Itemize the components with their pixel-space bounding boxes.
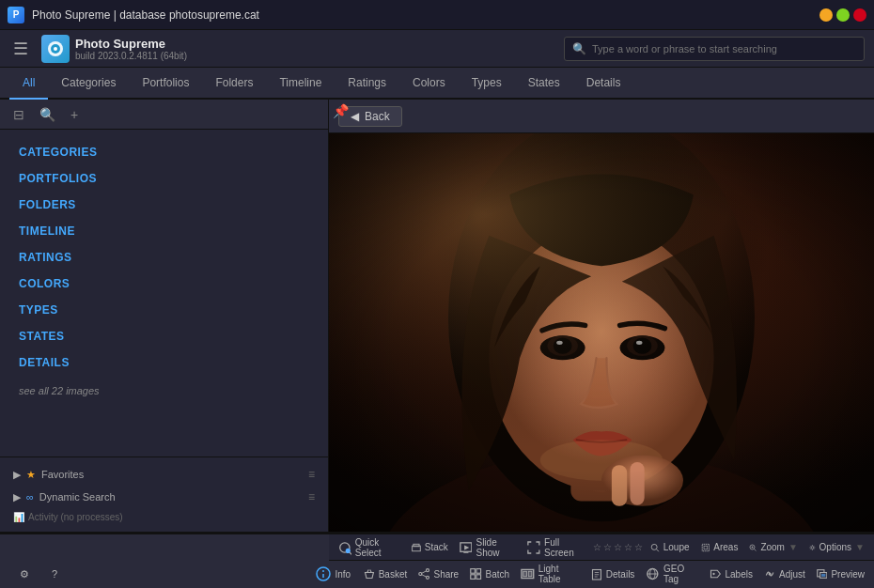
zoom-btn[interactable]: Zoom ▼ <box>743 535 803 560</box>
options-icon <box>809 540 816 555</box>
search-sidebar-icon[interactable]: 🔍 <box>36 105 59 124</box>
preview-btn[interactable]: Preview <box>811 561 870 587</box>
sidebar: ⊟ 🔍 + CATEGORIES PORTFOLIOS FOLDERS TIME… <box>0 100 329 532</box>
sidebar-item-states[interactable]: STATES <box>0 323 328 349</box>
loupe-btn[interactable]: Loupe <box>645 535 695 560</box>
zoom-label: Zoom <box>760 542 785 552</box>
geo-tag-btn[interactable]: GEO Tag <box>640 561 704 587</box>
see-all-images[interactable]: see all 22 images <box>0 376 328 406</box>
full-screen-btn[interactable]: Full Screen <box>522 535 590 560</box>
sidebar-footer-favorites[interactable]: ▶ ★ Favorites ≡ <box>9 463 319 486</box>
options-dropdown-icon[interactable]: ▼ <box>855 542 865 552</box>
tab-types[interactable]: Types <box>459 68 515 100</box>
details-label: Details <box>606 569 635 580</box>
favorites-menu-icon[interactable]: ≡ <box>308 468 315 481</box>
tab-details[interactable]: Details <box>573 68 634 100</box>
svg-rect-73 <box>821 574 825 577</box>
svg-line-54 <box>422 575 427 577</box>
adjust-icon <box>764 566 775 581</box>
minimize-button[interactable] <box>819 8 833 22</box>
content-area: ◀ Back <box>329 100 874 532</box>
link-icon: ∞ <box>26 491 34 503</box>
menu-button[interactable]: ☰ <box>9 35 32 63</box>
svg-line-24 <box>350 552 351 555</box>
light-table-btn[interactable]: Light Table <box>515 561 585 587</box>
svg-rect-58 <box>476 575 481 580</box>
expand-icon-2: ▶ <box>13 491 21 503</box>
svg-line-44 <box>813 549 814 549</box>
sidebar-item-types[interactable]: TYPES <box>0 297 328 323</box>
options-btn[interactable]: Options ▼ <box>804 535 870 560</box>
quick-select-btn[interactable]: Quick Select <box>333 535 406 560</box>
activity-icon: 📊 <box>13 512 24 522</box>
svg-rect-61 <box>528 571 532 576</box>
titlebar: P Photo Supreme | database photosupreme.… <box>0 0 874 30</box>
labels-btn[interactable]: Labels <box>704 561 758 587</box>
tab-states[interactable]: States <box>515 68 573 100</box>
tab-categories[interactable]: Categories <box>48 68 129 100</box>
close-button[interactable] <box>853 8 866 22</box>
photo-display <box>329 133 874 532</box>
settings-btn[interactable]: ⚙ <box>11 561 38 587</box>
share-label: Share <box>434 569 460 580</box>
sidebar-item-timeline[interactable]: TIMELINE <box>0 218 328 244</box>
sidebar-footer: ▶ ★ Favorites ≡ ▶ ∞ Dynamic Search ≡ 📊 A… <box>0 456 328 532</box>
labels-label: Labels <box>725 569 752 580</box>
app-icon: P <box>8 7 24 23</box>
settings-icon: ⚙ <box>20 568 29 580</box>
sidebar-item-details[interactable]: DETAILS <box>0 349 328 376</box>
stack-btn[interactable]: Stack <box>406 535 454 560</box>
back-arrow-icon: ◀ <box>351 110 359 123</box>
svg-rect-21 <box>329 133 874 532</box>
sidebar-item-ratings[interactable]: RATINGS <box>0 244 328 271</box>
tab-timeline[interactable]: Timeline <box>266 68 335 100</box>
basket-btn[interactable]: Basket <box>358 561 414 587</box>
svg-line-45 <box>813 545 814 546</box>
titlebar-left: P Photo Supreme | database photosupreme.… <box>8 7 259 23</box>
tab-folders[interactable]: Folders <box>202 68 266 100</box>
sidebar-item-colors[interactable]: COLORS <box>0 271 328 297</box>
svg-rect-55 <box>471 569 476 574</box>
help-btn[interactable]: ? <box>41 561 68 587</box>
svg-point-50 <box>427 569 429 572</box>
rating-stars[interactable]: ☆☆☆☆☆ <box>590 535 645 560</box>
slide-show-btn[interactable]: Slide Show <box>454 535 523 560</box>
share-btn[interactable]: Share <box>413 561 464 587</box>
maximize-button[interactable] <box>836 8 850 22</box>
zoom-icon <box>749 540 757 555</box>
full-screen-label: Full Screen <box>544 537 585 558</box>
tab-ratings[interactable]: Ratings <box>335 68 399 100</box>
add-icon[interactable]: + <box>67 105 82 124</box>
help-icon: ? <box>52 568 57 580</box>
areas-btn[interactable]: Areas <box>695 535 744 560</box>
search-bar[interactable]: 🔍 <box>564 37 865 61</box>
adjust-btn[interactable]: Adjust <box>758 561 811 587</box>
top-tool-row: Quick Select Stack Slide Show <box>329 534 874 561</box>
dynamic-search-menu-icon[interactable]: ≡ <box>308 490 315 503</box>
tab-portfolios[interactable]: Portfolios <box>129 68 202 100</box>
filter-icon[interactable]: ⊟ <box>9 105 28 124</box>
app-name: Photo Supreme <box>75 37 187 51</box>
svg-rect-26 <box>414 544 419 546</box>
sidebar-footer-dynamic-search[interactable]: ▶ ∞ Dynamic Search ≡ <box>9 486 319 508</box>
app-header: ☰ Photo Supreme build 2023.0.2.4811 (64b… <box>0 30 874 68</box>
batch-btn[interactable]: Batch <box>464 561 515 587</box>
activity-bar: 📊 Activity (no processes) <box>9 508 319 526</box>
adjust-label: Adjust <box>779 569 805 580</box>
stack-label: Stack <box>425 542 448 552</box>
details-btn[interactable]: Details <box>585 561 641 587</box>
tab-all[interactable]: All <box>9 68 48 100</box>
bottom-tool-row: ⚙ ? Info Baske <box>0 559 874 588</box>
sidebar-item-portfolios[interactable]: PORTFOLIOS <box>0 165 328 192</box>
areas-label: Areas <box>713 542 738 552</box>
sidebar-item-categories[interactable]: CATEGORIES <box>0 139 328 165</box>
favorites-label: Favorites <box>41 469 84 480</box>
zoom-dropdown-icon[interactable]: ▼ <box>788 542 798 552</box>
info-btn[interactable]: Info <box>309 561 358 587</box>
tab-colors[interactable]: Colors <box>399 68 459 100</box>
search-input[interactable] <box>592 43 856 54</box>
sidebar-item-folders[interactable]: FOLDERS <box>0 192 328 218</box>
svg-rect-57 <box>471 575 476 580</box>
app-logo: Photo Supreme build 2023.0.2.4811 (64bit… <box>41 35 187 63</box>
areas-icon <box>701 540 710 555</box>
